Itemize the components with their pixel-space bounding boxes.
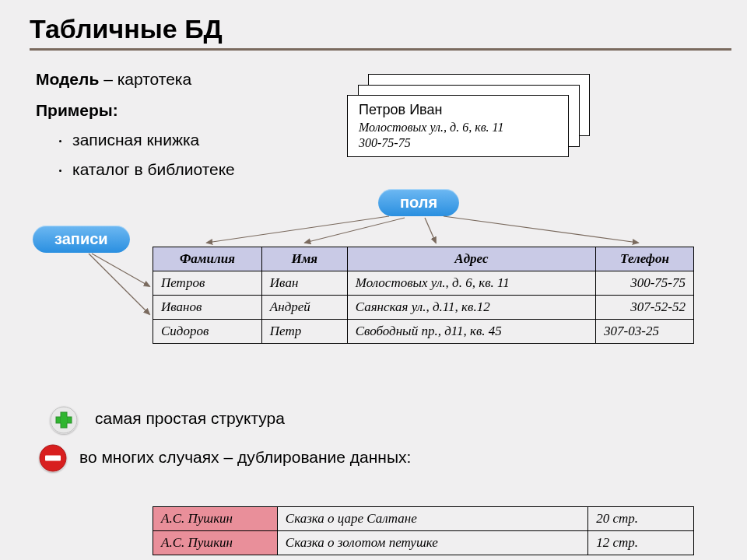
svg-line-4 [92, 254, 149, 286]
cell: 307-03-25 [596, 320, 694, 344]
model-value: – картотека [99, 70, 191, 88]
plus-icon [50, 406, 78, 434]
cell: 307-52-52 [596, 296, 694, 320]
dup-pages: 12 стр. [588, 531, 694, 555]
example-1: записная книжка [37, 131, 199, 149]
svg-line-0 [207, 216, 389, 243]
table-row: Сидоров Петр Свободный пр., д11, кв. 45 … [153, 320, 694, 344]
examples-label: Примеры: [36, 101, 118, 120]
card-addr: Молостовых ул., д. 6, кв. 11 [348, 120, 568, 135]
svg-line-1 [305, 218, 405, 243]
cell: Сидоров [153, 320, 262, 344]
svg-rect-9 [61, 417, 67, 423]
dup-pages: 20 стр. [588, 507, 694, 531]
dup-author: А.С. Пушкин [153, 507, 278, 531]
th-name: Имя [261, 247, 347, 271]
cell: Иванов [153, 296, 262, 320]
table-row: Петров Иван Молостовых ул., д. 6, кв. 11… [153, 271, 694, 296]
model-label: Модель [36, 70, 99, 88]
records-pill: записи [33, 226, 130, 253]
minus-icon [39, 444, 67, 472]
duplication-table: А.С. Пушкин Сказка о царе Салтане 20 стр… [153, 506, 694, 555]
example-2-text: каталог в библиотеке [72, 160, 235, 178]
card-phone: 300-75-75 [348, 135, 568, 151]
cell: Андрей [261, 296, 347, 320]
table-row: А.С. Пушкин Сказка о золотом петушке 12 … [153, 531, 694, 555]
title-rule [30, 48, 731, 51]
svg-line-2 [425, 218, 436, 243]
record-card-front: Петров Иван Молостовых ул., д. 6, кв. 11… [347, 95, 569, 157]
bullet-icon [59, 140, 61, 142]
example-1-text: записная книжка [72, 131, 199, 149]
dup-title: Сказка о царе Салтане [277, 507, 587, 531]
dup-author: А.С. Пушкин [153, 531, 278, 555]
bullet-icon [59, 170, 61, 172]
contacts-table: Фамилия Имя Адрес Телефон Петров Иван Мо… [153, 247, 694, 344]
cell: Саянская ул., д.11, кв.12 [347, 296, 595, 320]
cell: Петров [153, 271, 262, 296]
th-address: Адрес [347, 247, 595, 271]
table-row: А.С. Пушкин Сказка о царе Салтане 20 стр… [153, 507, 694, 531]
slide-title: Табличные БД [30, 14, 223, 44]
cell: Петр [261, 320, 347, 344]
dup-title: Сказка о золотом петушке [277, 531, 587, 555]
th-surname: Фамилия [153, 247, 262, 271]
cell: Молостовых ул., д. 6, кв. 11 [347, 271, 595, 296]
table-row: Иванов Андрей Саянская ул., д.11, кв.12 … [153, 296, 694, 320]
svg-line-5 [89, 254, 149, 314]
cell: Иван [261, 271, 347, 296]
example-2: каталог в библиотеке [37, 160, 235, 179]
cell: 300-75-75 [596, 271, 694, 296]
plus-text: самая простая структура [95, 409, 285, 428]
minus-text: во многих случаях – дублирование данных: [79, 448, 411, 467]
fields-pill: поля [378, 189, 459, 216]
table-header-row: Фамилия Имя Адрес Телефон [153, 247, 694, 271]
model-line: Модель – картотека [36, 70, 191, 89]
th-phone: Телефон [596, 247, 694, 271]
svg-line-3 [444, 216, 638, 243]
cell: Свободный пр., д11, кв. 45 [347, 320, 595, 344]
card-name: Петров Иван [348, 96, 568, 120]
svg-rect-11 [45, 456, 61, 461]
